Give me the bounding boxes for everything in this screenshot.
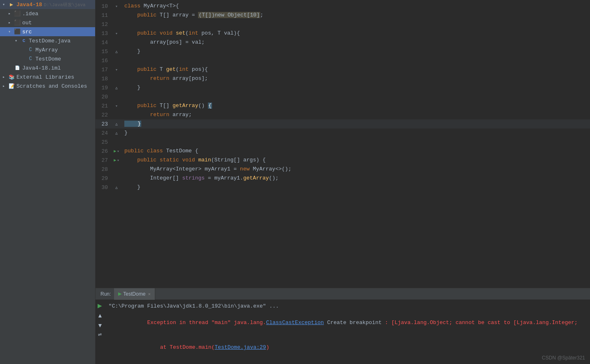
sidebar-label-iml: Java4-18.iml bbox=[22, 65, 61, 71]
iml-icon: 📄 bbox=[14, 65, 21, 71]
sidebar-label-out: out bbox=[22, 20, 32, 26]
code-text-17: public T get(int pos){ bbox=[121, 65, 208, 74]
code-text-18: return array[pos]; bbox=[121, 74, 208, 83]
code-line-16: 16 bbox=[96, 56, 590, 65]
class-myarray-icon: C bbox=[27, 47, 34, 53]
console-line-3: at TestDome.main(TestDome.java:29) bbox=[109, 335, 586, 360]
gutter-30: △ bbox=[112, 185, 121, 190]
stack-trace-link[interactable]: TestDome.java:29 bbox=[215, 344, 266, 350]
code-text-15: } bbox=[121, 47, 140, 56]
run-label: Run: bbox=[97, 291, 114, 297]
line-num-23: 23 bbox=[96, 121, 112, 127]
line-num-18: 18 bbox=[96, 76, 112, 82]
play-button[interactable]: ▶ bbox=[97, 301, 103, 310]
gutter-26: ▶ ▿ bbox=[112, 149, 121, 154]
sidebar-item-ext-libs[interactable]: ▸ 📚 External Libraries bbox=[0, 72, 95, 82]
classcast-link[interactable]: ClassCastException bbox=[266, 320, 324, 326]
code-text-29: Integer[] strings = myArray1.getArray(); bbox=[121, 174, 279, 183]
at-text: at TestDome.main( bbox=[147, 344, 215, 350]
sidebar-label-src: src bbox=[22, 29, 32, 35]
main-layout: ▾ ▶ Java4-18 D:\Java研发\java ▸ ⬛ .idea ▸ … bbox=[0, 0, 590, 364]
code-line-11: 11 public T[] array = (T[])new Object[10… bbox=[96, 11, 590, 20]
code-text-24: } bbox=[121, 128, 128, 138]
console-layout: ▶ ▲ ▼ ⇌ "C:\Program Files\Java\jdk1.8.0_… bbox=[96, 300, 590, 364]
sidebar-label-testdome-class: TestDome bbox=[35, 56, 61, 62]
code-text-19: } bbox=[121, 83, 140, 92]
run-btn-26[interactable]: ▶ bbox=[114, 149, 116, 154]
sidebar-label-idea: .idea bbox=[22, 11, 38, 17]
code-line-28: 28 MyArray<Integer> myArray1 = new MyArr… bbox=[96, 165, 590, 174]
code-line-29: 29 Integer[] strings = myArray1.getArray… bbox=[96, 174, 590, 183]
gutter-10: ▿ bbox=[112, 4, 121, 9]
line-num-30: 30 bbox=[96, 184, 112, 191]
scroll-up-button[interactable]: ▲ bbox=[96, 311, 104, 320]
folder-idea-icon: ⬛ bbox=[14, 10, 21, 17]
code-text-13: public void set(int pos, T val){ bbox=[121, 29, 240, 38]
sidebar-item-myarray[interactable]: ▸ C MyArray bbox=[0, 45, 95, 54]
code-line-23: 23 △ } bbox=[96, 119, 590, 128]
bottom-tab-testdome[interactable]: ▶ TestDome × bbox=[114, 288, 155, 300]
scroll-down-button[interactable]: ▼ bbox=[96, 321, 104, 329]
editor-area[interactable]: 10 ▿ class MyArray<T>{ 11 public T[] arr… bbox=[96, 0, 590, 364]
fold-icon-27: ▿ bbox=[117, 158, 119, 163]
exception-detail: : [Ljava.lang.Object; cannot be cast to … bbox=[382, 320, 578, 326]
sidebar-item-idea[interactable]: ▸ ⬛ .idea bbox=[0, 9, 95, 18]
close-tab-icon[interactable]: × bbox=[148, 292, 150, 296]
gutter-21: ▿ bbox=[112, 104, 121, 108]
gutter-19: △ bbox=[112, 86, 121, 90]
create-breakpoint-text[interactable]: Create breakpoint bbox=[324, 320, 382, 326]
code-line-22: 22 return array; bbox=[96, 110, 590, 119]
code-content: 10 ▿ class MyArray<T>{ 11 public T[] arr… bbox=[96, 0, 590, 288]
sidebar-item-out[interactable]: ▸ ⬛ out bbox=[0, 18, 95, 27]
line-num-27: 27 bbox=[96, 157, 112, 163]
code-text-27: public static void main(String[] args) { bbox=[121, 156, 266, 165]
code-line-19: 19 △ } bbox=[96, 83, 590, 92]
gutter-23: △ bbox=[112, 122, 121, 126]
line-num-21: 21 bbox=[96, 103, 112, 109]
code-line-17: 17 ▿ public T get(int pos){ bbox=[96, 65, 590, 74]
line-num-22: 22 bbox=[96, 112, 112, 118]
sidebar-item-java4-18[interactable]: ▾ ▶ Java4-18 D:\Java研发\java bbox=[0, 0, 95, 9]
line-num-14: 14 bbox=[96, 40, 112, 46]
paren-close: ) bbox=[266, 344, 269, 350]
code-text-23: } bbox=[121, 119, 141, 128]
chevron-right-icon: ▸ bbox=[8, 11, 14, 16]
gutter-24: △ bbox=[112, 131, 121, 135]
folder-out-icon: ⬛ bbox=[14, 19, 21, 26]
wrap-button[interactable]: ⇌ bbox=[97, 331, 103, 338]
line-num-20: 20 bbox=[96, 94, 112, 100]
scratch-icon: 📝 bbox=[8, 83, 15, 89]
tab-run-icon: ▶ bbox=[118, 291, 121, 296]
chevron-down-src-icon: ▾ bbox=[8, 29, 14, 34]
sidebar-item-iml[interactable]: ▸ 📄 Java4-18.iml bbox=[0, 63, 95, 72]
gutter-17: ▿ bbox=[112, 68, 121, 72]
code-line-13: 13 ▿ public void set(int pos, T val){ bbox=[96, 29, 590, 38]
code-text-22: return array; bbox=[121, 110, 192, 119]
sidebar-item-src[interactable]: ▾ ⬛ src bbox=[0, 27, 95, 36]
sidebar-item-testdome-file[interactable]: ▾ C TestDome.java bbox=[0, 36, 95, 45]
fold-icon-23: △ bbox=[115, 122, 117, 126]
line-num-10: 10 bbox=[96, 3, 112, 9]
fold-icon-15: △ bbox=[115, 49, 117, 54]
code-text-14: array[pos] = val; bbox=[121, 38, 205, 47]
sidebar-label-java4-18: Java4-18 bbox=[16, 2, 42, 8]
run-btn-27[interactable]: ▶ bbox=[114, 158, 116, 163]
fold-icon-26: ▿ bbox=[117, 149, 119, 154]
console-output: "C:\Program Files\Java\jdk1.8.0_192\bin\… bbox=[105, 300, 590, 364]
bottom-tab-label: TestDome bbox=[123, 291, 145, 297]
sidebar-item-testdome-class[interactable]: ▸ C TestDome bbox=[0, 54, 95, 63]
sidebar-item-scratches[interactable]: ▸ 📝 Scratches and Consoles bbox=[0, 82, 95, 91]
exception-text: Exception in thread "main" java.lang. bbox=[147, 320, 266, 326]
bottom-tabs-bar: Run: ▶ TestDome × bbox=[96, 288, 590, 300]
code-text-10: class MyArray<T>{ bbox=[121, 2, 179, 11]
chevron-down-td-icon: ▾ bbox=[15, 38, 21, 43]
fold-icon-19: △ bbox=[115, 86, 117, 90]
chevron-down-icon: ▾ bbox=[2, 2, 8, 7]
line-num-11: 11 bbox=[96, 12, 112, 19]
code-line-26: 26 ▶ ▿ public class TestDome { bbox=[96, 147, 590, 156]
fold-icon-24: △ bbox=[115, 131, 117, 135]
line-num-29: 29 bbox=[96, 175, 112, 182]
code-line-14: 14 array[pos] = val; bbox=[96, 38, 590, 47]
sidebar-label-testdome-file: TestDome.java bbox=[29, 38, 70, 44]
fold-icon-21: ▿ bbox=[115, 104, 117, 108]
